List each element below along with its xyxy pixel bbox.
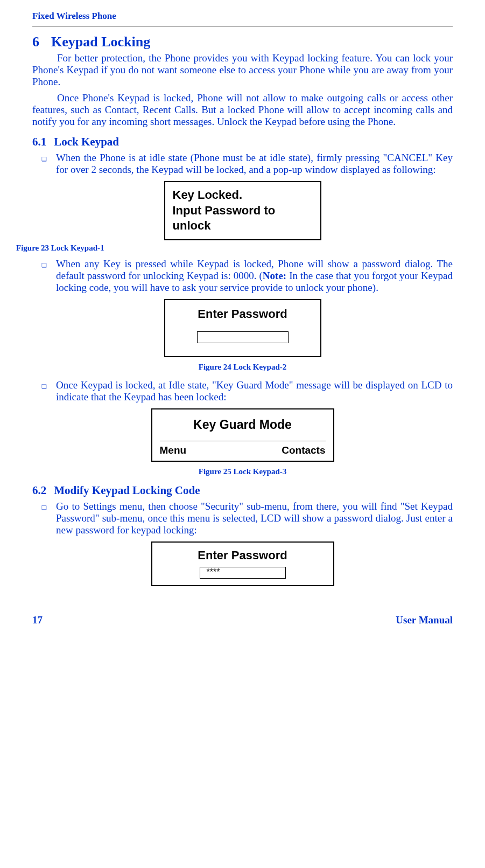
section-6-para-2: Once Phone's Keypad is locked, Phone wil… (32, 92, 453, 128)
bullet-6-1-1-text: When the Phone is at idle state (Phone m… (56, 152, 453, 176)
bullet-6-2-1: ❑ Go to Settings menu, then choose "Secu… (32, 501, 453, 536)
bullet-6-2-1-text: Go to Settings menu, then choose "Securi… (56, 501, 453, 536)
screen-enter-password-2: Enter Password **** (151, 541, 334, 586)
bullet-6-1-3-text: Once Keypad is locked, at Idle state, "K… (56, 379, 453, 403)
bullet-icon: ❑ (32, 152, 56, 176)
bullet-6-1-2-note: Note: (263, 270, 286, 281)
screen-key-locked-line2: Input Password to (173, 203, 313, 219)
screen-key-locked-line1: Key Locked. (173, 188, 313, 203)
header-product: Fixed Wireless Phone (32, 11, 453, 22)
screen-enter-password-1: Enter Password (164, 299, 321, 358)
screen-key-locked: Key Locked. Input Password to unlock (164, 181, 321, 240)
section-6-heading: 6 Keypad Locking (32, 34, 453, 50)
screen-key-guard-mode: Key Guard Mode Menu Contacts (151, 408, 334, 462)
section-6-1-heading: 6.1 Lock Keypad (32, 135, 453, 149)
bullet-6-1-3: ❑ Once Keypad is locked, at Idle state, … (32, 379, 453, 403)
figure-25-caption: Figure 25 Lock Keypad-3 (32, 467, 453, 476)
screen-key-locked-line3: unlock (173, 218, 313, 234)
figure-23-caption: Figure 23 Lock Keypad-1 (16, 244, 453, 253)
page-footer: 17 User Manual (32, 614, 453, 626)
section-6-2-title: Modify Keypad Locking Code (54, 484, 200, 497)
password-input-1[interactable] (197, 331, 289, 343)
header-rule (32, 26, 453, 26)
screen-enter-password-2-title: Enter Password (160, 548, 326, 564)
screen-key-guard-title: Key Guard Mode (160, 417, 326, 433)
section-6-1-title: Lock Keypad (54, 135, 119, 149)
section-6-2-number: 6.2 (32, 484, 46, 497)
section-6-number: 6 (32, 34, 39, 50)
password-input-2[interactable]: **** (200, 567, 286, 579)
section-6-1-number: 6.1 (32, 135, 46, 149)
bullet-6-1-1: ❑ When the Phone is at idle state (Phone… (32, 152, 453, 176)
bullet-icon: ❑ (32, 379, 56, 403)
page-container: Fixed Wireless Phone 6 Keypad Locking Fo… (0, 0, 485, 642)
bullet-6-1-2: ❑ When any Key is pressed while Keypad i… (32, 258, 453, 294)
section-6-title: Keypad Locking (51, 34, 150, 50)
bullet-icon: ❑ (32, 501, 56, 536)
page-number: 17 (32, 614, 43, 626)
screen-enter-password-1-title: Enter Password (171, 307, 315, 322)
section-6-2-heading: 6.2 Modify Keypad Locking Code (32, 484, 453, 497)
bullet-icon: ❑ (32, 258, 56, 294)
softkey-contacts[interactable]: Contacts (282, 445, 325, 456)
figure-24-caption: Figure 24 Lock Keypad-2 (32, 363, 453, 372)
softkey-menu[interactable]: Menu (160, 445, 187, 456)
bullet-6-1-2-text: When any Key is pressed while Keypad is … (56, 258, 453, 294)
section-6-para-1: For better protection, the Phone provide… (32, 52, 453, 88)
softkey-row: Menu Contacts (160, 445, 326, 456)
footer-label: User Manual (396, 614, 453, 626)
screen-divider (160, 441, 326, 441)
